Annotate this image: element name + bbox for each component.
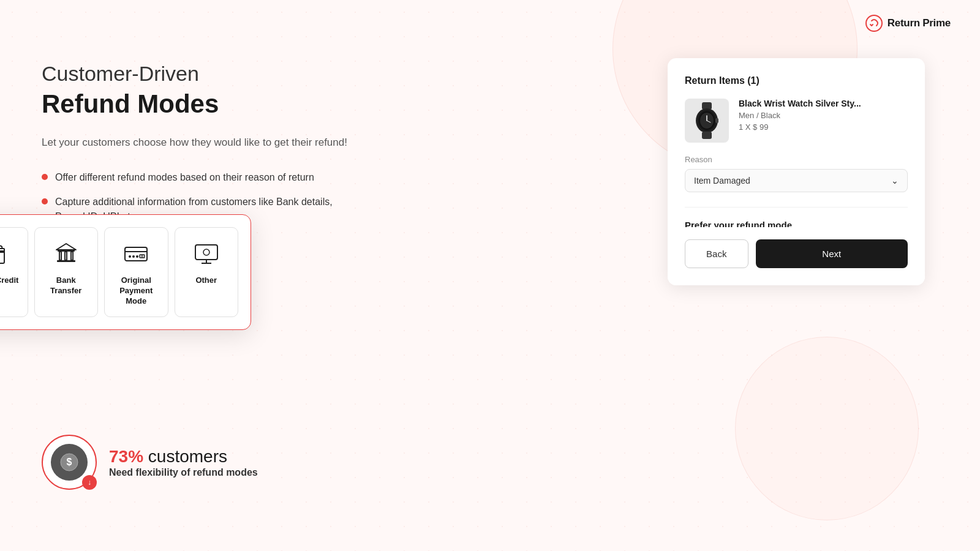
reason-value: Item Damaged (694, 176, 750, 186)
return-card-title: Return Items (1) (685, 75, 908, 86)
refund-mode-store-credit[interactable]: Store Credit (0, 227, 28, 317)
stat-headline: 73% customers (109, 446, 258, 467)
stat-block: $ ↓ 73% customers Need flexibility of re… (42, 435, 258, 490)
stat-text: 73% customers Need flexibility of refund… (109, 446, 258, 478)
svg-point-24 (132, 255, 135, 258)
refund-mode-other[interactable]: Other (175, 227, 239, 317)
card-buttons: Back Next (668, 227, 925, 285)
back-button[interactable]: Back (685, 239, 748, 268)
reason-label: Reason (685, 155, 908, 164)
stat-subtext: Need flexibility of refund modes (109, 467, 258, 478)
bank-transfer-icon (53, 240, 80, 267)
feature-bullet-2 (42, 198, 48, 204)
svg-point-30 (203, 249, 209, 255)
refund-mode-card: Store Credit Bank Transfer (0, 214, 251, 330)
original-payment-icon (123, 240, 149, 267)
store-credit-icon (0, 240, 9, 267)
logo-icon (865, 15, 883, 32)
other-icon (193, 240, 220, 267)
product-name: Black Wrist Watch Silver Sty... (739, 99, 908, 108)
other-label: Other (195, 276, 217, 286)
store-credit-label: Store Credit (0, 276, 18, 286)
stat-headline-suffix: customers (143, 447, 227, 466)
svg-rect-19 (71, 252, 73, 260)
next-button[interactable]: Next (756, 239, 908, 268)
return-card: Return Items (1) (668, 58, 925, 285)
svg-marker-15 (56, 244, 76, 250)
bg-circle-bottom-right (735, 337, 919, 520)
svg-rect-26 (140, 255, 145, 258)
bank-transfer-label: Bank Transfer (42, 276, 91, 296)
refund-mode-original-payment[interactable]: Original Payment Mode (104, 227, 168, 317)
original-payment-label: Original Payment Mode (112, 276, 160, 307)
header: Return Prime (865, 15, 951, 32)
svg-rect-20 (57, 260, 75, 262)
hero-subtitle: Customer-Driven (42, 61, 360, 86)
reason-section: Reason Item Damaged ⌄ (685, 155, 908, 192)
svg-rect-21 (125, 247, 147, 261)
product-info: Black Wrist Watch Silver Sty... Men / Bl… (739, 99, 908, 132)
dollar-icon: $ (59, 452, 79, 472)
hero-title: Refund Modes (42, 89, 360, 119)
svg-point-25 (136, 255, 138, 258)
svg-rect-8 (715, 118, 718, 123)
refund-mode-bank-transfer[interactable]: Bank Transfer (34, 227, 99, 317)
chevron-down-icon: ⌄ (891, 176, 899, 186)
stat-icon-inner: $ (51, 444, 88, 481)
stat-percentage: 73% (109, 447, 143, 466)
watch-image (691, 102, 723, 139)
svg-rect-17 (59, 252, 61, 260)
product-image (685, 99, 729, 143)
svg-rect-29 (195, 245, 217, 260)
product-row: Black Wrist Watch Silver Sty... Men / Bl… (685, 99, 908, 143)
svg-point-23 (129, 255, 131, 258)
feature-text-1: Offer different refund modes based on th… (55, 170, 314, 185)
reason-select[interactable]: Item Damaged ⌄ (685, 169, 908, 192)
feature-item-1: Offer different refund modes based on th… (42, 170, 360, 185)
svg-point-0 (866, 15, 882, 31)
product-price: 1 X $ 99 (739, 122, 908, 132)
hero-description: Let your customers choose how they would… (42, 134, 360, 151)
feature-bullet-1 (42, 174, 48, 180)
product-variant: Men / Black (739, 111, 908, 120)
stat-icon-wrapper: $ ↓ (42, 435, 97, 490)
right-content: Return Items (1) (668, 58, 925, 285)
svg-rect-18 (65, 252, 67, 260)
svg-text:$: $ (67, 457, 72, 467)
logo-text: Return Prime (888, 17, 951, 29)
refund-modes-grid: Store Credit Bank Transfer (0, 227, 238, 317)
svg-rect-11 (702, 132, 712, 139)
stat-arrow-icon: ↓ (82, 475, 97, 490)
